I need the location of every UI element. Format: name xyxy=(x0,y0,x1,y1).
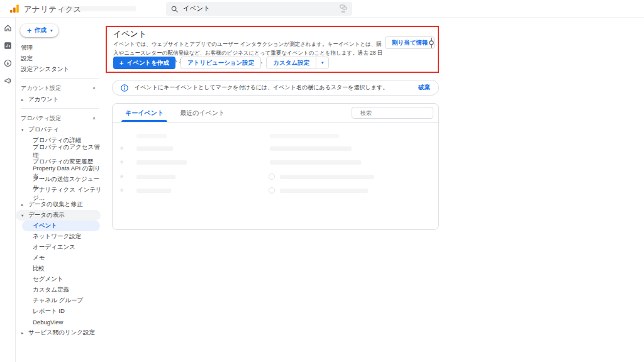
create-event-button-label: イベントを作成 xyxy=(126,59,169,67)
section-label: プロパティ設定 xyxy=(21,114,61,123)
create-button-label: 作成 xyxy=(35,26,47,35)
custom-settings-dropdown-button[interactable]: ▾ xyxy=(316,57,328,69)
ghost-cell xyxy=(136,160,187,165)
ghost-cell xyxy=(270,160,361,165)
sidebar-item-annotations[interactable]: メモ xyxy=(16,253,104,263)
sidebar-item-custom-definitions[interactable]: カスタム定義 xyxy=(16,285,104,295)
home-icon[interactable] xyxy=(4,24,12,32)
key-event-info-banner: イベントにキーイベントとしてマークを付けるには、イベント名の横にあるスターを選択… xyxy=(112,80,439,96)
search-shortcut-icon xyxy=(340,4,347,13)
search-icon xyxy=(171,6,178,13)
advertising-icon[interactable] xyxy=(4,77,12,85)
plus-icon: + xyxy=(119,59,123,67)
sidebar-item-admin[interactable]: 管理 xyxy=(16,43,104,53)
sidebar-item-property-access[interactable]: プロパティのアクセス管理 xyxy=(16,146,104,156)
sidebar-item-setup-assistant[interactable]: 設定アシスタント xyxy=(16,64,104,75)
sidebar-item-label: プロパティ xyxy=(28,126,59,134)
section-account-settings[interactable]: アカウント設定 ∧ xyxy=(16,82,104,94)
chevron-down-icon: ▾ xyxy=(50,28,53,33)
analytics-logo-icon xyxy=(10,4,19,13)
ghost-cell xyxy=(270,146,352,151)
chevron-up-icon: ∧ xyxy=(92,85,96,90)
nav-divider xyxy=(21,78,99,79)
banner-text: イベントにキーイベントとしてマークを付けるには、イベント名の横にあるスターを選択… xyxy=(135,84,388,92)
caret-down-icon: ▾ xyxy=(21,213,28,218)
action-button-row: + イベントを作成 アトリビューション設定 カスタム設定 ▾ xyxy=(113,57,329,69)
create-button[interactable]: + 作成 ▾ xyxy=(20,24,58,37)
sidebar-item-label: アカウント xyxy=(28,96,59,104)
sidebar-item-network-settings[interactable]: ネットワーク設定 xyxy=(16,231,104,242)
star-icon: ★ xyxy=(119,145,125,151)
ghost-toggle xyxy=(269,173,275,180)
create-event-button[interactable]: + イベントを作成 xyxy=(113,57,175,69)
sidebar-item-reporting-identity[interactable]: レポート ID xyxy=(16,306,104,317)
events-table-card: キーイベント 最近のイベント ★ ★ ★ ★ xyxy=(112,103,439,230)
sidebar-item-channel-groups[interactable]: チャネル グループ xyxy=(16,295,104,306)
sidebar-item-account[interactable]: ▸ アカウント xyxy=(16,94,104,105)
tune-slider-icon[interactable] xyxy=(428,37,435,48)
ghost-cell xyxy=(280,175,374,179)
global-search-input[interactable] xyxy=(183,5,340,13)
caret-right-icon: ▸ xyxy=(21,331,28,336)
sidebar-item-events[interactable]: イベント xyxy=(22,221,100,231)
explore-icon[interactable] xyxy=(4,59,12,67)
info-icon xyxy=(121,84,128,92)
reports-icon[interactable] xyxy=(4,41,12,50)
ghost-cell xyxy=(136,175,175,179)
section-property-settings[interactable]: プロパティ設定 ∧ xyxy=(16,112,104,124)
sidebar-item-settings[interactable]: 設定 xyxy=(16,53,104,64)
global-search-bar[interactable] xyxy=(166,2,352,16)
ghost-toggle xyxy=(269,187,275,194)
sidebar-item-audiences[interactable]: オーディエンス xyxy=(16,242,104,253)
ghost-header-cell xyxy=(270,134,339,138)
nav-divider xyxy=(21,108,99,109)
sidebar-item-label: サービス間のリンク設定 xyxy=(28,329,95,337)
sidebar-item-data-display[interactable]: ▾ データの表示 xyxy=(16,210,101,221)
ghost-header-cell xyxy=(136,134,167,138)
table-search-box[interactable] xyxy=(352,107,433,119)
star-icon: ★ xyxy=(119,159,125,165)
ghost-cell xyxy=(136,146,173,151)
main-content: イベント イベントでは、ウェブサイトとアプリでのユーザー インタラクションが測定… xyxy=(104,18,644,362)
caret-down-icon: ▾ xyxy=(21,128,28,133)
account-switcher-ghost[interactable] xyxy=(62,6,136,11)
star-icon: ★ xyxy=(119,187,125,194)
sidebar-item-comparisons[interactable]: 比較 xyxy=(16,263,104,274)
section-label: アカウント設定 xyxy=(21,84,61,92)
sidebar-item-debugview[interactable]: DebugView xyxy=(16,317,104,327)
settings-sidebar: + 作成 ▾ 管理 設定 設定アシスタント アカウント設定 ∧ ▸ アカウント … xyxy=(16,18,104,362)
plus-icon: + xyxy=(27,26,31,35)
sidebar-item-analytics-intelligence[interactable]: アナリティクス インテリジ… xyxy=(16,189,104,199)
events-table-body-ghost: ★ ★ ★ ★ xyxy=(113,123,438,230)
sidebar-item-label: データの収集と修正 xyxy=(28,200,82,209)
sidebar-item-label: データの表示 xyxy=(28,211,65,219)
caret-right-icon: ▸ xyxy=(21,97,28,102)
custom-settings-split-button: カスタム設定 ▾ xyxy=(266,57,329,69)
ghost-cell xyxy=(280,189,368,193)
events-tabbar: キーイベント 最近のイベント xyxy=(113,104,438,123)
page-title: イベント xyxy=(113,28,147,40)
sidebar-item-product-links[interactable]: ▸ サービス間のリンク設定 xyxy=(16,327,104,338)
left-icon-rail xyxy=(0,18,16,362)
ghost-cell xyxy=(136,189,171,193)
chevron-up-icon: ∧ xyxy=(92,116,96,121)
tab-key-events[interactable]: キーイベント xyxy=(121,104,167,122)
attribution-settings-button[interactable]: アトリビューション設定 xyxy=(180,57,261,69)
top-app-bar: アナリティクス xyxy=(0,0,644,18)
banner-dismiss-button[interactable]: 破棄 xyxy=(418,84,430,92)
table-search-input[interactable] xyxy=(360,110,434,116)
caret-right-icon: ▸ xyxy=(21,202,28,207)
sidebar-item-segments[interactable]: セグメント xyxy=(16,274,104,285)
sidebar-item-property[interactable]: ▾ プロパティ xyxy=(16,124,104,135)
star-icon: ★ xyxy=(119,173,125,180)
tab-recent-events[interactable]: 最近のイベント xyxy=(176,104,228,122)
custom-settings-button[interactable]: カスタム設定 xyxy=(267,57,316,69)
